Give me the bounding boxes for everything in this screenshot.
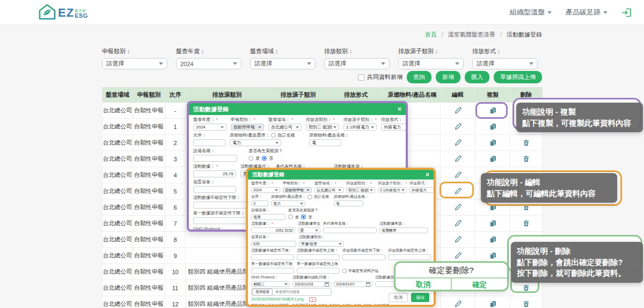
material-select[interactable]: 電力 [230,139,281,146]
nav-menu-item[interactable]: 產品碳足跡 [566,8,608,17]
bio-yes-radio[interactable] [248,156,253,161]
close-icon[interactable]: × [426,171,429,178]
edit-icon[interactable] [455,236,462,243]
custom-name-radio[interactable] [308,195,312,199]
action-button[interactable]: 新增 [436,71,460,83]
select-field[interactable]: 類別二 能源間接排放 [346,187,375,193]
copy-icon[interactable] [489,139,496,146]
edit-icon[interactable] [455,155,462,162]
uncertainty-input[interactable] [251,268,294,274]
file-upload[interactable]: 選擇檔案未選擇任何檔案 [251,288,332,296]
activity-data-type-select[interactable]: 單據/發票 [299,241,344,247]
save-button[interactable]: 儲存 [411,293,429,302]
breadcrumb-home-link[interactable]: 首頁 [425,31,437,38]
edit-icon[interactable] [455,252,462,259]
select-field[interactable]: 自願性申報 [231,124,264,131]
date-end-input[interactable]: 2024/01/07 [334,281,372,287]
action-button[interactable]: 查詢 [407,71,431,83]
representative-name-input[interactable] [323,227,377,233]
data-source-input[interactable]: 電費帳單 [379,227,428,233]
filter-select[interactable]: 請選擇 [250,58,316,69]
filter-select[interactable]: 2024 [176,58,241,69]
close-icon[interactable]: × [398,105,401,113]
select-field[interactable]: 台北總公司 [268,124,302,131]
material-select[interactable]: 電力 [271,200,305,206]
edit-icon[interactable] [455,220,462,227]
filter-select[interactable]: 請選擇 [324,58,390,69]
edit-icon[interactable] [455,107,462,114]
bio-yes-radio[interactable] [288,214,293,219]
trash-icon[interactable] [523,220,530,227]
form-field: 排放源子類別：* 2.1外購電力 [343,117,377,131]
confirm-ok-button[interactable]: 確定 [452,278,507,291]
uploaded-file-link[interactable]: 20250320055343740圖片3.png [251,297,304,302]
trash-icon[interactable] [523,155,530,162]
unit-select[interactable]: 度 [298,227,320,233]
select-field[interactable]: 台北總公司 [314,187,343,193]
copy-icon[interactable] [489,300,496,307]
uncertainty-input[interactable] [388,254,431,260]
breadcrumb-link[interactable]: 溫室氣體盤查清冊 [448,31,495,38]
filter-select[interactable]: 請選擇 [398,58,464,69]
action-button[interactable]: 單據辨識上傳 [494,71,542,83]
select-field[interactable]: 外購電力 [409,187,436,193]
uncertainty-input[interactable] [193,217,247,224]
uncertainty-checkbox[interactable]: 不確定性資料評估 [342,268,396,274]
custom-name-radio[interactable] [271,133,276,138]
capacity-input[interactable] [193,186,236,193]
uncertainty-input[interactable] [297,254,340,260]
filter-select[interactable]: 請選擇 [102,58,167,69]
bio-no-radio[interactable] [262,156,267,161]
copy-icon[interactable] [489,123,496,130]
remove-file-button[interactable]: x [309,297,317,302]
filter-label: 盤查年度： [176,47,241,55]
sequence-input[interactable]: 3 [251,200,268,206]
logout-icon[interactable] [621,8,632,17]
form-field: 盤查場域：* 台北總公司 [268,117,302,131]
equipment-input[interactable]: 電表 [251,214,286,220]
tooltip-copy: 功能說明 - 複製 點下複製，可複製此筆資料內容 [516,103,643,132]
app-logo[interactable]: EZ 碳大師 ESG [39,4,88,22]
copy-icon[interactable] [489,220,496,227]
select-field[interactable]: 自願性申報 [283,187,312,193]
material-name-input[interactable]: 電 [334,200,363,206]
edit-icon[interactable] [455,204,462,211]
copy-icon[interactable] [489,236,496,243]
ghg-protocol-select[interactable]: 範疇二 [251,281,290,287]
copy-icon[interactable] [489,252,496,259]
date-start-input[interactable]: 2023/11/03 [292,281,331,287]
uncertainty-input[interactable] [251,254,294,260]
modal-header: 活動數據登錄 × [189,103,406,115]
confirm-cancel-button[interactable]: 取消 [396,278,452,291]
trash-icon[interactable] [523,300,530,307]
uncertainty-input[interactable] [297,268,340,274]
select-field[interactable]: 2024 [193,124,226,131]
filter-label: 排放類別： [324,47,390,55]
uncertainty-input[interactable] [342,254,385,260]
cancel-button[interactable]: 取消 [389,293,408,302]
select-field[interactable]: 2.1外購電力 [343,124,377,131]
select-field[interactable]: 類別二 能源間接排放 [306,124,339,131]
equipment-input[interactable] [193,155,237,162]
activity-data-input[interactable]: 25.75 [193,170,236,177]
uncertainty-input[interactable] [193,202,247,209]
edit-icon[interactable] [455,139,462,146]
filter-select[interactable]: 請選擇 [472,58,538,69]
choose-file-button[interactable]: 選擇檔案 [252,289,273,296]
select-field[interactable]: 2.1外購電力 [378,187,407,193]
select-field[interactable]: 外購電力 [381,124,408,131]
nav-menu-item[interactable]: 組織型溫盤 [510,8,552,17]
capacity-input[interactable]: 625 [251,241,296,247]
edit-icon[interactable] [455,123,462,130]
bio-no-radio[interactable] [301,214,306,219]
edit-icon[interactable] [455,300,462,307]
activity-data-input[interactable]: 1951.5152 [251,227,295,233]
select-field[interactable]: 2024 [251,187,280,193]
shared-data-checkbox[interactable]: 共同資料新增 [358,73,402,81]
trash-icon[interactable] [523,139,530,146]
sequence-input[interactable] [193,139,225,146]
action-button[interactable]: 匯入 [465,71,489,83]
material-name-input[interactable]: 電 [309,139,341,146]
edit-icon[interactable] [455,171,462,178]
copy-icon[interactable] [489,155,496,162]
